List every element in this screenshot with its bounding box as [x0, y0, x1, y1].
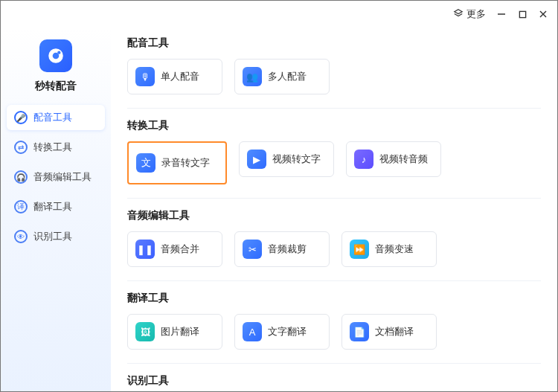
tool-label: 文字翻译: [268, 325, 307, 338]
tool-icon: ♪: [354, 150, 373, 169]
tool-label: 文档翻译: [375, 325, 414, 338]
tool-tile[interactable]: ▶视频转文字: [239, 141, 334, 177]
sidebar-item-icon: 👁: [14, 230, 28, 243]
svg-rect-1: [519, 11, 525, 17]
tool-tile[interactable]: ❚❚音频合并: [127, 231, 222, 267]
tool-label: 音频变速: [375, 242, 414, 256]
sidebar-item-label: 音频编辑工具: [33, 170, 92, 184]
section-0: 配音工具🎙单人配音👥多人配音: [127, 36, 541, 94]
more-button[interactable]: 更多: [453, 7, 486, 21]
minimize-button[interactable]: [496, 9, 507, 19]
titlebar: 更多: [1, 1, 557, 28]
tool-label: 视频转文字: [272, 152, 321, 166]
tool-tile[interactable]: ✂音频裁剪: [234, 231, 330, 267]
tool-icon: ❚❚: [135, 240, 155, 259]
tool-label: 多人配音: [268, 70, 307, 83]
app-body: 秒转配音 🎤配音工具⇄转换工具🎧音频编辑工具译翻译工具👁识别工具 配音工具🎙单人…: [1, 28, 557, 391]
app-title: 秒转配音: [35, 80, 77, 93]
section-1: 转换工具文录音转文字▶视频转文字♪视频转音频: [127, 119, 541, 184]
tool-label: 音频裁剪: [268, 242, 307, 256]
tool-icon: 👥: [243, 67, 262, 86]
tool-tile[interactable]: 👥多人配音: [234, 59, 330, 94]
tool-icon: ▶: [247, 150, 266, 169]
tool-label: 音频合并: [161, 242, 199, 256]
tool-label: 录音转文字: [161, 156, 210, 170]
tile-row: ❚❚音频合并✂音频裁剪⏩音频变速: [127, 231, 541, 267]
sidebar-item-4[interactable]: 👁识别工具: [7, 224, 105, 249]
more-label: 更多: [466, 7, 486, 21]
tool-label: 单人配音: [161, 70, 199, 83]
tool-tile[interactable]: 🎙单人配音: [127, 59, 222, 94]
sidebar: 秒转配音 🎤配音工具⇄转换工具🎧音频编辑工具译翻译工具👁识别工具: [1, 28, 111, 391]
tool-tile[interactable]: 📄文档翻译: [341, 314, 437, 350]
section-title: 转换工具: [127, 119, 541, 132]
section-title: 配音工具: [127, 36, 541, 50]
tool-label: 图片翻译: [161, 325, 199, 338]
sidebar-item-label: 翻译工具: [33, 200, 72, 213]
sidebar-item-0[interactable]: 🎤配音工具: [7, 105, 105, 130]
tool-icon: 🖼: [135, 322, 155, 341]
sidebar-item-icon: 🎧: [14, 170, 28, 184]
divider: [127, 280, 541, 281]
section-2: 音频编辑工具❚❚音频合并✂音频裁剪⏩音频变速: [127, 209, 541, 267]
sidebar-item-label: 转换工具: [33, 141, 72, 154]
tile-row: 文录音转文字▶视频转文字♪视频转音频: [127, 141, 541, 184]
sidebar-item-icon: ⇄: [14, 141, 28, 154]
divider: [127, 198, 541, 199]
section-3: 翻译工具🖼图片翻译A文字翻译📄文档翻译: [127, 292, 541, 350]
tool-label: 视频转音频: [379, 152, 428, 166]
tool-icon: ⏩: [350, 240, 369, 259]
sidebar-item-icon: 译: [14, 200, 28, 213]
tool-tile[interactable]: A文字翻译: [234, 314, 330, 350]
divider: [127, 108, 541, 109]
tool-tile[interactable]: ♪视频转音频: [346, 141, 441, 177]
sidebar-item-label: 配音工具: [33, 111, 72, 124]
divider: [127, 363, 541, 364]
tool-icon: ✂: [243, 240, 262, 259]
tool-icon: 📄: [350, 322, 369, 341]
main-content: 配音工具🎙单人配音👥多人配音转换工具文录音转文字▶视频转文字♪视频转音频音频编辑…: [111, 28, 557, 391]
sidebar-item-icon: 🎤: [14, 111, 28, 124]
svg-point-6: [57, 51, 60, 54]
tile-row: 🎙单人配音👥多人配音: [127, 59, 541, 94]
maximize-button[interactable]: [517, 9, 527, 19]
app-logo: [39, 39, 72, 72]
section-title: 识别工具: [127, 374, 541, 388]
section-4: 识别工具🖼图片文字识别: [127, 374, 541, 391]
app-window: 更多 秒转配音 🎤配音工具⇄转换工具🎧音频编辑工具译翻译工具👁识别工具 配音工具…: [0, 0, 558, 392]
tool-icon: 文: [136, 153, 155, 173]
sidebar-item-label: 识别工具: [33, 230, 72, 243]
tool-tile[interactable]: ⏩音频变速: [341, 231, 437, 267]
sidebar-item-3[interactable]: 译翻译工具: [7, 194, 105, 219]
layers-icon: [453, 8, 464, 21]
tool-icon: 🎙: [135, 67, 155, 86]
tool-tile[interactable]: 文录音转文字: [127, 141, 227, 184]
tool-tile[interactable]: 🖼图片翻译: [127, 314, 222, 350]
sidebar-item-1[interactable]: ⇄转换工具: [7, 135, 105, 160]
close-button[interactable]: [538, 9, 548, 19]
sidebar-item-2[interactable]: 🎧音频编辑工具: [7, 164, 105, 190]
tool-icon: A: [243, 322, 262, 341]
section-title: 音频编辑工具: [127, 209, 541, 222]
section-title: 翻译工具: [127, 292, 541, 305]
sidebar-nav: 🎤配音工具⇄转换工具🎧音频编辑工具译翻译工具👁识别工具: [7, 105, 105, 249]
tile-row: 🖼图片翻译A文字翻译📄文档翻译: [127, 314, 541, 350]
